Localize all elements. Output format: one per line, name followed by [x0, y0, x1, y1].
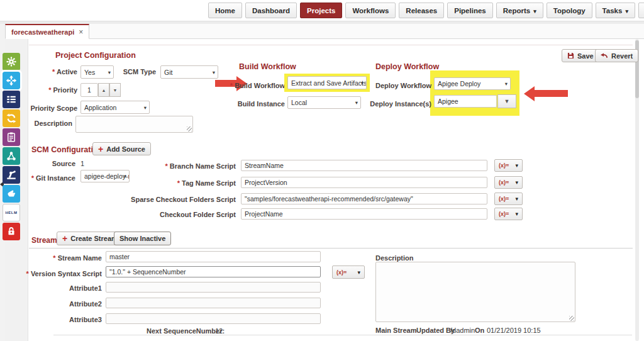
build-workflow-select[interactable]: Extract and Save Artifacts: [287, 76, 367, 89]
app-window: Home Dashboard Projects Workflows Releas…: [0, 0, 644, 341]
branch-name-script-label: Branch Name Script: [110, 162, 236, 170]
priority-up-button[interactable]: ▲: [98, 83, 109, 97]
deploy-instances-dropdown-button[interactable]: ▼: [497, 94, 516, 108]
version-expression-button[interactable]: (x)=: [332, 266, 365, 279]
deploy-workflow-heading: Deploy Workflow: [375, 62, 439, 71]
automation-robot-icon[interactable]: [3, 166, 20, 184]
attribute1-input[interactable]: [106, 282, 321, 293]
topology-share-icon[interactable]: [3, 147, 20, 165]
attribute2-label: Attribute2: [39, 300, 102, 308]
save-button[interactable]: Save: [562, 49, 599, 62]
bottom-divider: [53, 335, 632, 335]
nav-projects[interactable]: Projects: [300, 3, 342, 18]
nav-topology[interactable]: Topology: [547, 3, 592, 18]
priority-scope-select[interactable]: Application: [80, 101, 150, 114]
expression-icon: (x)=: [499, 162, 509, 169]
plus-icon: [62, 234, 67, 243]
stream-description-textarea[interactable]: [375, 262, 575, 322]
priority-input[interactable]: 1: [80, 83, 98, 97]
nav-tasks[interactable]: Tasks: [596, 3, 635, 18]
description-label: Description: [9, 120, 72, 127]
top-navigation: Home Dashboard Projects Workflows Releas…: [0, 0, 644, 21]
vertical-scrollbar[interactable]: [635, 39, 639, 341]
save-icon: [567, 52, 574, 59]
nav-releases[interactable]: Releases: [399, 3, 444, 18]
priority-down-button[interactable]: ▼: [109, 83, 121, 97]
active-label: Active: [14, 68, 77, 75]
create-stream-button[interactable]: Create Stream: [57, 232, 123, 245]
stream-name-input[interactable]: master: [106, 251, 321, 262]
tab-forecastweatherapi[interactable]: forecastweatherapi: [5, 24, 89, 39]
scm-type-label: SCM Type: [93, 68, 156, 75]
checkout-folder-script-label: Checkout Folder Script: [110, 211, 236, 218]
nav-administration[interactable]: Administration: [638, 3, 644, 18]
version-syntax-script-label: Version Syntax Script: [20, 270, 102, 277]
nav-dashboard[interactable]: Dashboard: [245, 3, 297, 18]
attribute1-label: Attribute1: [39, 284, 102, 292]
revert-button[interactable]: Revert: [595, 49, 638, 62]
scm-type-select[interactable]: Git: [160, 65, 218, 79]
page-title: Project Configuration: [55, 51, 136, 60]
next-sequence-label: Next SequenceNumber:: [147, 327, 216, 335]
sparse-checkout-folders-script-label: Sparse Checkout Folders Script: [91, 196, 236, 203]
stream-name-label: Stream Name: [39, 254, 102, 262]
nav-home[interactable]: Home: [208, 3, 242, 18]
expression-icon: (x)=: [499, 211, 509, 217]
next-sequence-value: 12: [215, 327, 223, 335]
attribute3-label: Attribute3: [39, 316, 102, 323]
updated-on-value: 01/21/2019 10:15: [487, 327, 541, 334]
git-instance-label: Git Instance: [19, 174, 75, 182]
updated-by-label: Updated By: [416, 327, 454, 334]
nav-workflows[interactable]: Workflows: [345, 3, 396, 18]
priority-scope-label: Priority Scope: [14, 104, 77, 112]
build-workflow-heading: Build Workflow: [239, 62, 296, 71]
main-stream-label: Main Stream: [375, 327, 413, 334]
branch-name-script-input[interactable]: StreamName: [241, 160, 487, 171]
version-syntax-script-input[interactable]: "1.0." + SequenceNumber: [106, 266, 321, 277]
deploy-workflow-label: Deploy Workflow: [356, 82, 431, 89]
description-textarea[interactable]: [75, 116, 193, 133]
updated-on-label: On: [475, 327, 487, 334]
security-lock-icon[interactable]: [3, 223, 20, 240]
build-instance-label: Build Instance: [222, 100, 285, 108]
tag-expression-button[interactable]: (x)=: [494, 176, 523, 189]
deploy-instances-input[interactable]: Apigee: [434, 95, 497, 108]
add-source-button[interactable]: Add Source: [92, 142, 151, 155]
chevron-down-icon: [533, 7, 536, 14]
tag-name-script-label: Tag Name Script: [110, 179, 236, 187]
sparse-checkout-folders-script-input[interactable]: "samples/forecastweatherapi-recommended/…: [241, 193, 487, 204]
branch-expression-button[interactable]: (x)=: [494, 159, 523, 172]
helm-icon[interactable]: HELM: [3, 204, 20, 221]
nav-pipelines[interactable]: Pipelines: [447, 3, 493, 18]
tab-title: forecastweatherapi: [11, 28, 74, 36]
deploy-workflow-select[interactable]: Apigee Deploy: [434, 77, 511, 90]
expression-icon: (x)=: [336, 269, 347, 276]
tag-name-script-input[interactable]: ProjectVersion: [241, 177, 487, 188]
updated-by-value: fdadmin: [450, 327, 475, 334]
source-label: Source: [25, 160, 75, 167]
build-workflow-label: Build Workflow: [222, 82, 285, 89]
deploy-instances-label: Deploy Instance(s): [356, 100, 431, 108]
revert-icon: [601, 53, 608, 59]
section-divider: [29, 45, 633, 45]
attribute2-input[interactable]: [106, 298, 321, 308]
source-value: 1: [80, 160, 84, 167]
manual-task-hand-icon[interactable]: [3, 185, 20, 203]
tab-strip: forecastweatherapi: [0, 24, 644, 39]
show-inactive-button[interactable]: Show Inactive: [114, 232, 171, 245]
close-icon[interactable]: [79, 28, 83, 36]
checkout-expression-button[interactable]: (x)=: [494, 208, 523, 220]
checkout-folder-script-input[interactable]: ProjectName: [241, 208, 487, 220]
attribute3-input[interactable]: [106, 313, 321, 324]
stream-description-label: Description: [375, 254, 438, 262]
report-clipboard-icon[interactable]: [3, 128, 20, 146]
chevron-down-icon: [625, 7, 628, 14]
expression-icon: (x)=: [499, 179, 509, 186]
expression-icon: (x)=: [499, 196, 509, 202]
sparse-expression-button[interactable]: (x)=: [494, 193, 523, 205]
plus-icon: [98, 145, 103, 154]
priority-label: Priority: [14, 86, 77, 94]
build-instance-select[interactable]: Local: [287, 96, 361, 109]
nav-reports[interactable]: Reports: [496, 3, 543, 18]
streams-divider: [29, 248, 633, 249]
